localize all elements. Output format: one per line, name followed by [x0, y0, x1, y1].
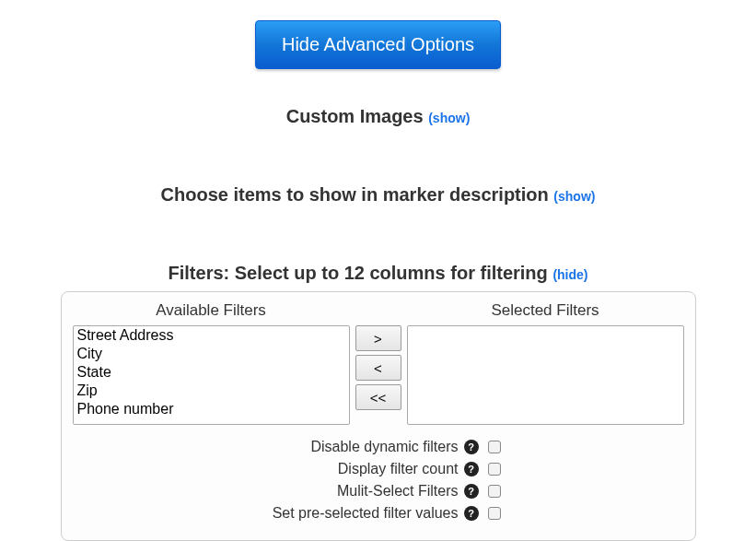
filters-heading: Filters: Select up to 12 columns for fil…: [0, 263, 756, 284]
preselected-filter-values-checkbox[interactable]: [488, 507, 501, 520]
disable-dynamic-filters-checkbox[interactable]: [488, 441, 501, 453]
help-icon[interactable]: ?: [464, 440, 479, 454]
multi-select-filters-label: Mulit-Select Filters: [256, 483, 459, 500]
available-filters-label: Available Filters: [73, 301, 350, 320]
preselected-filter-values-label: Set pre-selected filter values: [256, 505, 459, 522]
filter-option[interactable]: Street Address: [74, 326, 349, 345]
help-icon[interactable]: ?: [464, 462, 479, 476]
custom-images-toggle-link[interactable]: (show): [428, 111, 470, 125]
filter-option[interactable]: Zip: [74, 382, 349, 400]
selected-filters-label: Selected Filters: [407, 301, 684, 320]
display-filter-count-checkbox[interactable]: [488, 463, 501, 476]
custom-images-heading: Custom Images (show): [0, 106, 756, 127]
selected-filters-listbox[interactable]: [407, 325, 684, 425]
help-icon[interactable]: ?: [464, 506, 479, 521]
marker-description-heading: Choose items to show in marker descripti…: [0, 184, 756, 206]
filter-option[interactable]: State: [74, 363, 349, 382]
filter-option[interactable]: Phone number: [74, 400, 349, 418]
filter-option[interactable]: City: [74, 345, 349, 363]
marker-description-toggle-link[interactable]: (show): [553, 189, 595, 204]
filters-toggle-link[interactable]: (hide): [552, 267, 587, 282]
available-filters-listbox[interactable]: Street AddressCityStateZipPhone number: [73, 325, 350, 425]
hide-advanced-options-button[interactable]: Hide Advanced Options: [255, 20, 501, 69]
filters-title: Filters: Select up to 12 columns for fil…: [169, 263, 548, 283]
help-icon[interactable]: ?: [464, 484, 479, 499]
marker-description-title: Choose items to show in marker descripti…: [161, 184, 549, 205]
move-all-left-button[interactable]: <<: [355, 384, 401, 410]
move-left-button[interactable]: <: [355, 355, 401, 381]
disable-dynamic-filters-label: Disable dynamic filters: [256, 439, 459, 455]
custom-images-title: Custom Images: [286, 106, 424, 126]
filters-panel: Available Filters Street AddressCityStat…: [61, 291, 696, 541]
move-right-button[interactable]: >: [355, 325, 401, 351]
multi-select-filters-checkbox[interactable]: [488, 485, 501, 498]
display-filter-count-label: Display filter count: [256, 461, 459, 477]
